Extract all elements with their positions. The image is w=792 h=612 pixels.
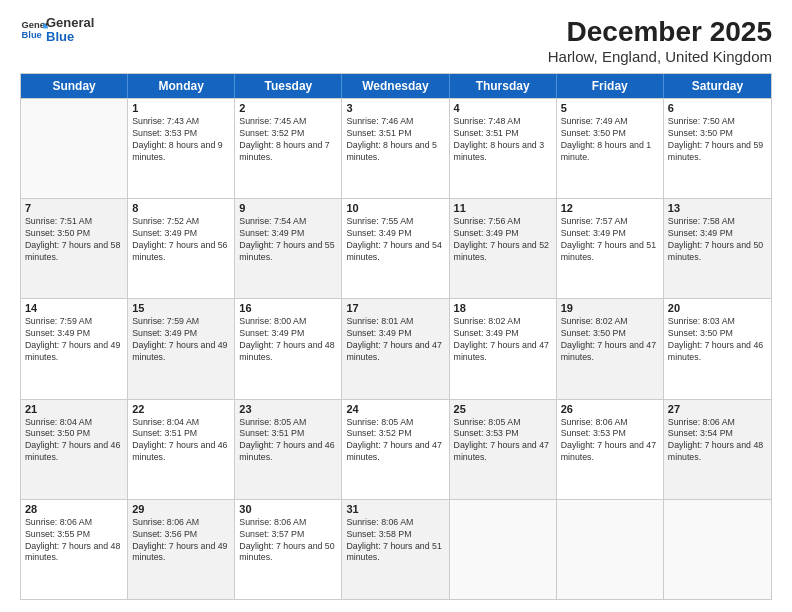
day-info: Sunrise: 7:49 AM Sunset: 3:50 PM Dayligh… (561, 116, 659, 164)
day-number: 18 (454, 302, 552, 314)
calendar-cell: 13Sunrise: 7:58 AM Sunset: 3:49 PM Dayli… (664, 199, 771, 298)
calendar-cell: 9Sunrise: 7:54 AM Sunset: 3:49 PM Daylig… (235, 199, 342, 298)
calendar-header-cell: Saturday (664, 74, 771, 98)
calendar-cell (21, 99, 128, 198)
day-info: Sunrise: 8:04 AM Sunset: 3:50 PM Dayligh… (25, 417, 123, 465)
day-number: 22 (132, 403, 230, 415)
day-info: Sunrise: 8:05 AM Sunset: 3:52 PM Dayligh… (346, 417, 444, 465)
day-info: Sunrise: 7:54 AM Sunset: 3:49 PM Dayligh… (239, 216, 337, 264)
day-number: 14 (25, 302, 123, 314)
calendar-cell: 12Sunrise: 7:57 AM Sunset: 3:49 PM Dayli… (557, 199, 664, 298)
calendar-cell: 24Sunrise: 8:05 AM Sunset: 3:52 PM Dayli… (342, 400, 449, 499)
calendar-cell: 30Sunrise: 8:06 AM Sunset: 3:57 PM Dayli… (235, 500, 342, 599)
calendar-cell: 8Sunrise: 7:52 AM Sunset: 3:49 PM Daylig… (128, 199, 235, 298)
day-number: 13 (668, 202, 767, 214)
day-number: 27 (668, 403, 767, 415)
day-number: 26 (561, 403, 659, 415)
day-number: 2 (239, 102, 337, 114)
calendar-cell: 17Sunrise: 8:01 AM Sunset: 3:49 PM Dayli… (342, 299, 449, 398)
calendar-row: 14Sunrise: 7:59 AM Sunset: 3:49 PM Dayli… (21, 298, 771, 398)
calendar-cell: 14Sunrise: 7:59 AM Sunset: 3:49 PM Dayli… (21, 299, 128, 398)
day-number: 7 (25, 202, 123, 214)
calendar-cell (450, 500, 557, 599)
day-number: 17 (346, 302, 444, 314)
calendar-cell: 1Sunrise: 7:43 AM Sunset: 3:53 PM Daylig… (128, 99, 235, 198)
day-info: Sunrise: 7:50 AM Sunset: 3:50 PM Dayligh… (668, 116, 767, 164)
logo-icon: General Blue (20, 16, 48, 44)
calendar-row: 7Sunrise: 7:51 AM Sunset: 3:50 PM Daylig… (21, 198, 771, 298)
calendar-row: 21Sunrise: 8:04 AM Sunset: 3:50 PM Dayli… (21, 399, 771, 499)
day-info: Sunrise: 8:06 AM Sunset: 3:55 PM Dayligh… (25, 517, 123, 565)
day-info: Sunrise: 7:57 AM Sunset: 3:49 PM Dayligh… (561, 216, 659, 264)
day-number: 31 (346, 503, 444, 515)
day-number: 30 (239, 503, 337, 515)
day-number: 9 (239, 202, 337, 214)
calendar-header-cell: Wednesday (342, 74, 449, 98)
day-number: 16 (239, 302, 337, 314)
day-number: 28 (25, 503, 123, 515)
page: General Blue General Blue December 2025 … (0, 0, 792, 612)
calendar-cell: 29Sunrise: 8:06 AM Sunset: 3:56 PM Dayli… (128, 500, 235, 599)
svg-text:Blue: Blue (22, 30, 42, 40)
day-info: Sunrise: 7:55 AM Sunset: 3:49 PM Dayligh… (346, 216, 444, 264)
header: General Blue General Blue December 2025 … (20, 16, 772, 65)
day-info: Sunrise: 8:02 AM Sunset: 3:49 PM Dayligh… (454, 316, 552, 364)
calendar-cell: 10Sunrise: 7:55 AM Sunset: 3:49 PM Dayli… (342, 199, 449, 298)
day-number: 1 (132, 102, 230, 114)
day-info: Sunrise: 7:59 AM Sunset: 3:49 PM Dayligh… (25, 316, 123, 364)
day-number: 15 (132, 302, 230, 314)
day-info: Sunrise: 7:51 AM Sunset: 3:50 PM Dayligh… (25, 216, 123, 264)
calendar-cell (664, 500, 771, 599)
day-number: 8 (132, 202, 230, 214)
day-number: 24 (346, 403, 444, 415)
main-title: December 2025 (548, 16, 772, 48)
calendar-body: 1Sunrise: 7:43 AM Sunset: 3:53 PM Daylig… (21, 98, 771, 599)
calendar-cell: 21Sunrise: 8:04 AM Sunset: 3:50 PM Dayli… (21, 400, 128, 499)
day-info: Sunrise: 8:00 AM Sunset: 3:49 PM Dayligh… (239, 316, 337, 364)
day-info: Sunrise: 8:02 AM Sunset: 3:50 PM Dayligh… (561, 316, 659, 364)
subtitle: Harlow, England, United Kingdom (548, 48, 772, 65)
day-info: Sunrise: 8:06 AM Sunset: 3:56 PM Dayligh… (132, 517, 230, 565)
day-number: 25 (454, 403, 552, 415)
day-info: Sunrise: 8:06 AM Sunset: 3:53 PM Dayligh… (561, 417, 659, 465)
day-info: Sunrise: 7:46 AM Sunset: 3:51 PM Dayligh… (346, 116, 444, 164)
calendar-cell: 27Sunrise: 8:06 AM Sunset: 3:54 PM Dayli… (664, 400, 771, 499)
calendar-header-cell: Thursday (450, 74, 557, 98)
calendar-cell: 15Sunrise: 7:59 AM Sunset: 3:49 PM Dayli… (128, 299, 235, 398)
day-number: 6 (668, 102, 767, 114)
day-info: Sunrise: 8:05 AM Sunset: 3:51 PM Dayligh… (239, 417, 337, 465)
calendar-cell: 3Sunrise: 7:46 AM Sunset: 3:51 PM Daylig… (342, 99, 449, 198)
day-info: Sunrise: 7:52 AM Sunset: 3:49 PM Dayligh… (132, 216, 230, 264)
day-info: Sunrise: 8:01 AM Sunset: 3:49 PM Dayligh… (346, 316, 444, 364)
day-number: 23 (239, 403, 337, 415)
day-info: Sunrise: 8:05 AM Sunset: 3:53 PM Dayligh… (454, 417, 552, 465)
calendar-cell: 18Sunrise: 8:02 AM Sunset: 3:49 PM Dayli… (450, 299, 557, 398)
calendar-header-cell: Friday (557, 74, 664, 98)
logo-line2: Blue (46, 30, 94, 44)
calendar-cell: 5Sunrise: 7:49 AM Sunset: 3:50 PM Daylig… (557, 99, 664, 198)
calendar-header-cell: Monday (128, 74, 235, 98)
calendar-cell: 4Sunrise: 7:48 AM Sunset: 3:51 PM Daylig… (450, 99, 557, 198)
calendar-cell: 2Sunrise: 7:45 AM Sunset: 3:52 PM Daylig… (235, 99, 342, 198)
logo: General Blue General Blue (20, 16, 94, 45)
calendar-cell: 23Sunrise: 8:05 AM Sunset: 3:51 PM Dayli… (235, 400, 342, 499)
calendar-cell: 22Sunrise: 8:04 AM Sunset: 3:51 PM Dayli… (128, 400, 235, 499)
calendar-cell: 25Sunrise: 8:05 AM Sunset: 3:53 PM Dayli… (450, 400, 557, 499)
calendar-cell: 28Sunrise: 8:06 AM Sunset: 3:55 PM Dayli… (21, 500, 128, 599)
day-info: Sunrise: 7:43 AM Sunset: 3:53 PM Dayligh… (132, 116, 230, 164)
day-info: Sunrise: 8:06 AM Sunset: 3:58 PM Dayligh… (346, 517, 444, 565)
day-info: Sunrise: 7:58 AM Sunset: 3:49 PM Dayligh… (668, 216, 767, 264)
calendar-cell: 19Sunrise: 8:02 AM Sunset: 3:50 PM Dayli… (557, 299, 664, 398)
day-number: 12 (561, 202, 659, 214)
day-number: 4 (454, 102, 552, 114)
day-info: Sunrise: 8:03 AM Sunset: 3:50 PM Dayligh… (668, 316, 767, 364)
day-info: Sunrise: 8:06 AM Sunset: 3:57 PM Dayligh… (239, 517, 337, 565)
day-info: Sunrise: 7:59 AM Sunset: 3:49 PM Dayligh… (132, 316, 230, 364)
calendar-cell: 20Sunrise: 8:03 AM Sunset: 3:50 PM Dayli… (664, 299, 771, 398)
calendar-row: 28Sunrise: 8:06 AM Sunset: 3:55 PM Dayli… (21, 499, 771, 599)
calendar-header-cell: Sunday (21, 74, 128, 98)
calendar-header-cell: Tuesday (235, 74, 342, 98)
day-info: Sunrise: 7:48 AM Sunset: 3:51 PM Dayligh… (454, 116, 552, 164)
calendar-cell (557, 500, 664, 599)
day-number: 20 (668, 302, 767, 314)
